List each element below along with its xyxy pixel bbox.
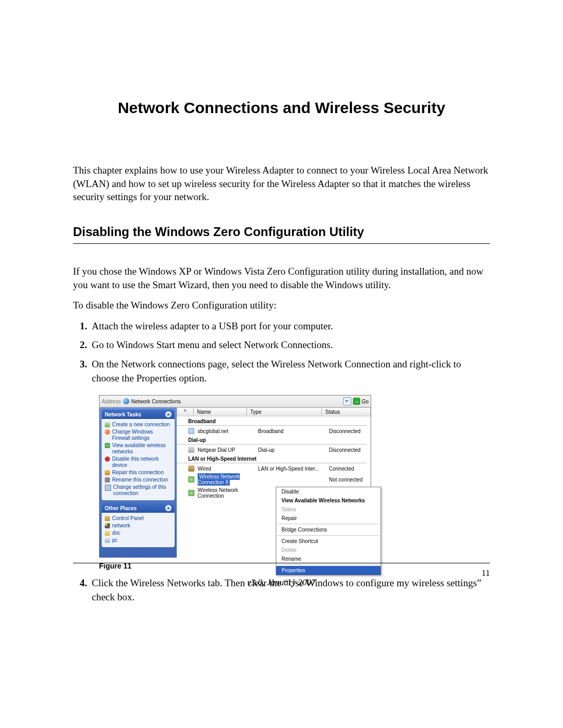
network-places-icon [105,523,110,528]
column-name[interactable]: Name [193,408,247,416]
menu-repair[interactable]: Repair [276,514,381,523]
group-dialup: Dial-up [177,435,366,445]
other-control-panel[interactable]: Control Panel [104,515,173,522]
steps-list: Attach the wireless adapter to a USB por… [73,319,490,385]
menu-separator [277,524,380,524]
panel-other-places: Other Places Control Panel network doc p… [102,503,175,547]
row-wired[interactable]: Wired LAN or High-Speed Inter... Connect… [177,464,371,473]
column-headers: ^ Name Type Status [177,408,371,416]
menu-view-wireless[interactable]: View Available Wireless Networks [276,496,381,505]
column-status[interactable]: Status [322,408,371,416]
wireless-adapter-icon [188,490,194,496]
go-arrow-icon[interactable]: → [353,398,360,405]
paragraph-2: To disable the Windows Zero Configuratio… [73,299,490,312]
repair-icon [105,470,110,475]
row-sbcglobal[interactable]: sbcglobal.net Broadband Disconnected [177,427,371,435]
step-3: On the Network connections page, select … [90,357,490,385]
panel-title: Other Places [105,505,137,511]
menu-separator [277,535,380,536]
sort-indicator-icon[interactable]: ^ [177,408,193,416]
task-create-connection[interactable]: Create a new connection [104,421,173,428]
page-title: Network Connections and Wireless Securit… [73,99,490,117]
menu-separator [277,564,380,565]
footer-rule [73,563,490,563]
row-netgear-dialup[interactable]: Netgear Dial UP Dial-up Disconnected [177,446,371,454]
menu-bridge[interactable]: Bridge Connections [276,525,381,534]
go-label[interactable]: Go [362,399,369,404]
folder-icon [105,530,110,536]
menu-shortcut[interactable]: Create Shortcut [276,537,381,546]
other-doc[interactable]: doc [104,529,173,537]
step-1: Attach the wireless adapter to a USB por… [90,319,490,334]
context-menu: Disable View Available Wireless Networks… [276,487,381,575]
settings-icon [105,485,111,491]
task-rename[interactable]: Rename this connection [104,476,173,484]
group-lan: LAN or High-Speed Internet [177,454,366,463]
collapse-icon[interactable] [165,505,172,511]
disable-icon [105,456,110,462]
row-wireless-8[interactable]: Wireless Network Connection 8 Not connec… [177,473,371,486]
address-title: Network Connections [131,399,181,404]
menu-disable[interactable]: Disable [276,487,381,496]
firewall-icon [105,429,110,435]
sidebar: Network Tasks Create a new connection Ch… [100,408,177,558]
task-disable[interactable]: Disable this network device [104,455,173,469]
go-controls: → Go [343,397,369,405]
rename-icon [105,477,110,483]
task-firewall[interactable]: Change Windows Firewall settings [104,428,173,442]
collapse-icon[interactable] [165,411,172,417]
page-number: 11 [482,568,490,578]
menu-delete: Delete [276,546,381,554]
connection-icon [188,428,194,434]
figure-screenshot: Address Network Connections → Go Network… [99,395,490,558]
task-repair[interactable]: Repair this connection [104,469,173,476]
menu-rename[interactable]: Rename [276,554,381,563]
control-panel-icon [105,516,110,521]
globe-icon [123,398,129,404]
list-pane: ^ Name Type Status Broadband sbcglobal.n… [177,408,371,558]
menu-status: Status [276,505,381,514]
new-connection-icon [105,422,110,427]
menu-properties[interactable]: Properties [276,566,381,575]
address-dropdown-icon[interactable] [343,397,351,405]
column-type[interactable]: Type [247,408,322,416]
paragraph-1: If you chose the Windows XP or Windows V… [73,265,490,291]
group-broadband: Broadband [177,416,366,426]
task-view-wireless[interactable]: View available wireless networks [104,442,173,455]
task-change-settings[interactable]: Change settings of this connection [104,484,173,497]
other-pc[interactable]: pc [104,537,173,544]
dialup-icon [188,447,194,453]
address-label: Address [102,399,121,404]
computer-icon [105,538,110,543]
wireless-icon [105,443,110,448]
panel-title: Network Tasks [105,412,141,417]
other-network[interactable]: network [104,522,173,529]
address-bar: Address Network Connections → Go [100,396,371,408]
wired-icon [188,465,194,472]
wireless-adapter-icon [188,476,194,483]
version-footer: v3.0, January 2007 [0,577,563,588]
step-2: Go to Windows Start menu and select Netw… [90,338,490,352]
intro-paragraph: This chapter explains how to use your Wi… [73,164,490,204]
section-heading: Disabling the Windows Zero Configuration… [73,225,490,244]
panel-network-tasks: Network Tasks Create a new connection Ch… [102,410,175,500]
